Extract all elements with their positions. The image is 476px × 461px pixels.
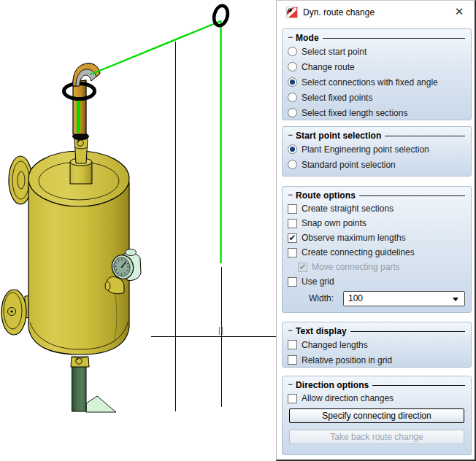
group-rule xyxy=(372,385,465,386)
checkbox-icon xyxy=(288,355,297,365)
take-back-route-change-button: Take back route change xyxy=(289,430,464,444)
checkbox-icon xyxy=(288,219,297,228)
width-combobox[interactable]: 100 xyxy=(343,291,465,306)
checkbox-label: Snap own points xyxy=(302,218,366,228)
checkbox-label: Create connecting guidelines xyxy=(302,247,415,257)
checkbox-icon xyxy=(298,263,307,272)
radio-icon xyxy=(288,93,297,102)
group-route-options: − Route options Create straight sections… xyxy=(282,186,472,313)
collapse-toggle[interactable]: − xyxy=(288,190,293,200)
collapse-toggle[interactable]: − xyxy=(288,379,293,390)
app-logo-icon xyxy=(286,7,298,18)
checkbox-create-straight-sections[interactable]: Create straight sections xyxy=(288,201,466,216)
checkbox-snap-own-points[interactable]: Snap own points xyxy=(288,216,466,230)
checkbox-move-connecting-parts: Move connecting parts xyxy=(288,260,466,274)
collapse-toggle[interactable]: − xyxy=(288,325,293,336)
group-direction-options: − Direction options Allow direction chan… xyxy=(282,376,472,455)
group-rule xyxy=(323,38,465,39)
checkbox-icon xyxy=(288,394,297,403)
close-icon[interactable]: ✕ xyxy=(451,4,467,20)
checkbox-label: Relative position in grid xyxy=(302,355,392,365)
construction-lines xyxy=(151,42,277,411)
checkbox-icon xyxy=(288,248,297,257)
group-title: Direction options xyxy=(296,380,369,390)
collapse-toggle[interactable]: − xyxy=(288,130,293,140)
group-title: Route options xyxy=(296,190,356,201)
radio-select-connections-fixed-angle[interactable]: Select connections with fixed angle xyxy=(288,74,466,90)
checkbox-relative-position-in-grid[interactable]: Relative position in grid xyxy=(288,352,466,368)
radio-label: Select connections with fixed angle xyxy=(302,77,438,88)
checkbox-observe-maximum-lengths[interactable]: Observe maximum lengths xyxy=(288,230,466,245)
checkbox-use-grid[interactable]: Use grid xyxy=(288,274,466,289)
radio-icon xyxy=(288,47,297,56)
group-rule xyxy=(359,195,465,196)
foundation-wedge xyxy=(86,396,116,412)
grip-marker xyxy=(220,327,223,335)
radio-label: Standard point selection xyxy=(302,160,396,170)
checkbox-label: Create straight sections xyxy=(302,204,394,214)
group-title: Text display xyxy=(296,326,347,336)
radio-label: Change route xyxy=(302,62,355,72)
radio-standard-point-selection[interactable]: Standard point selection xyxy=(288,157,466,172)
group-rule xyxy=(350,331,465,332)
radio-icon xyxy=(288,62,297,71)
radio-icon xyxy=(288,160,297,169)
checkbox-label: Use grid xyxy=(302,276,334,287)
radio-label: Select start point xyxy=(302,47,366,57)
riser-pipe xyxy=(73,80,86,134)
radio-label: Select fixed points xyxy=(302,93,372,103)
dialog-title: Dyn. route change xyxy=(303,7,375,18)
checkbox-label: Move connecting parts xyxy=(312,262,400,272)
radio-icon xyxy=(288,108,297,117)
group-start-point-selection: − Start point selection Plant Engineerin… xyxy=(282,126,472,177)
dialog-dyn-route-change: Dyn. route change ✕ − Mode Select start … xyxy=(276,0,476,461)
width-label: Width: xyxy=(309,293,334,303)
checkbox-label: Changed lengths xyxy=(302,340,368,350)
dialog-titlebar[interactable]: Dyn. route change ✕ xyxy=(277,1,475,23)
checkbox-label: Observe maximum lengths xyxy=(302,233,406,243)
checkbox-allow-direction-changes[interactable]: Allow direction changes xyxy=(288,391,466,406)
checkbox-create-connecting-guidelines[interactable]: Create connecting guidelines xyxy=(288,245,466,260)
checkbox-label: Allow direction changes xyxy=(302,393,394,403)
checkbox-icon xyxy=(288,340,297,349)
combobox-value: 100 xyxy=(348,293,363,303)
radio-select-start-point[interactable]: Select start point xyxy=(288,44,466,59)
radio-select-fixed-points[interactable]: Select fixed points xyxy=(288,90,466,105)
radio-label: Select fixed length sections xyxy=(302,108,407,118)
radio-label: Plant Engineering point selection xyxy=(302,144,429,155)
group-text-display: − Text display Changed lengths Relative … xyxy=(282,322,472,368)
bottom-drain xyxy=(71,357,116,412)
checkbox-changed-lengths[interactable]: Changed lengths xyxy=(288,337,466,352)
group-title: Mode xyxy=(296,33,319,43)
route-end-ring-marker[interactable] xyxy=(212,4,229,28)
radio-change-route[interactable]: Change route xyxy=(288,59,466,74)
specify-connecting-direction-button[interactable]: Specify connecting direction xyxy=(289,408,464,423)
chevron-down-icon[interactable] xyxy=(453,298,458,301)
group-mode: − Mode Select start point Change route S… xyxy=(282,28,472,120)
radio-select-fixed-length-sections[interactable]: Select fixed length sections xyxy=(288,105,466,120)
radio-icon xyxy=(288,144,297,154)
checkbox-icon xyxy=(288,204,297,214)
collapse-toggle[interactable]: − xyxy=(288,32,293,42)
checkbox-icon xyxy=(288,233,297,243)
checkbox-icon xyxy=(288,277,297,287)
radio-icon xyxy=(288,77,297,87)
viewport-3d[interactable] xyxy=(0,0,277,461)
radio-plant-engineering-point-selection[interactable]: Plant Engineering point selection xyxy=(288,142,466,157)
scene-3d xyxy=(0,0,277,461)
group-rule xyxy=(385,136,465,136)
group-title: Start point selection xyxy=(296,131,381,141)
